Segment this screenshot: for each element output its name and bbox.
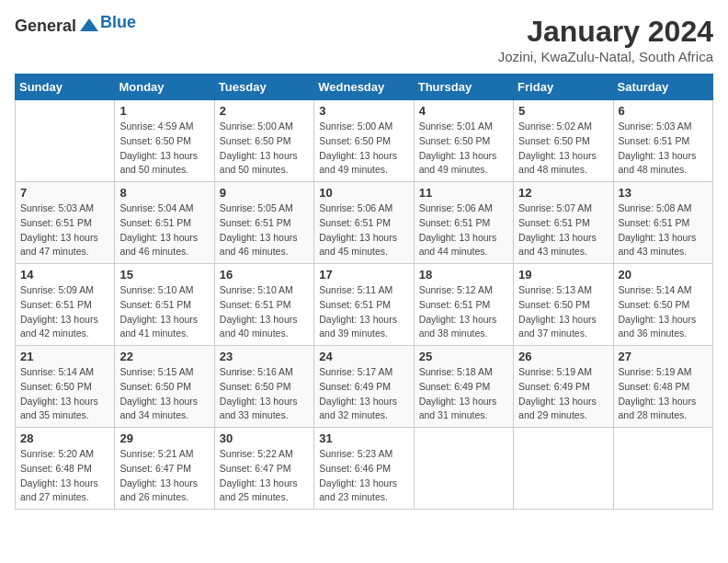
- day-info: Sunrise: 5:18 AM Sunset: 6:49 PM Dayligh…: [419, 365, 508, 423]
- day-info: Sunrise: 5:10 AM Sunset: 6:51 PM Dayligh…: [119, 283, 209, 341]
- day-cell: 16Sunrise: 5:10 AM Sunset: 6:51 PM Dayli…: [214, 264, 313, 346]
- day-cell: 10Sunrise: 5:06 AM Sunset: 6:51 PM Dayli…: [314, 182, 414, 264]
- day-info: Sunrise: 5:14 AM Sunset: 6:50 PM Dayligh…: [20, 365, 109, 423]
- main-title: January 2024: [498, 15, 713, 49]
- day-number: 3: [319, 104, 408, 118]
- day-info: Sunrise: 5:09 AM Sunset: 6:51 PM Dayligh…: [20, 283, 109, 341]
- day-info: Sunrise: 5:05 AM Sunset: 6:51 PM Dayligh…: [220, 201, 309, 259]
- day-number: 31: [319, 431, 408, 445]
- title-block: January 2024 Jozini, KwaZulu-Natal, Sout…: [498, 15, 713, 64]
- day-number: 23: [220, 350, 309, 363]
- day-info: Sunrise: 5:12 AM Sunset: 6:51 PM Dayligh…: [419, 283, 508, 341]
- day-number: 28: [20, 431, 109, 445]
- day-info: Sunrise: 5:20 AM Sunset: 6:48 PM Dayligh…: [20, 447, 109, 505]
- subtitle: Jozini, KwaZulu-Natal, South Africa: [498, 49, 713, 64]
- day-number: 20: [619, 268, 708, 282]
- day-number: 4: [419, 104, 508, 118]
- day-cell: 28Sunrise: 5:20 AM Sunset: 6:48 PM Dayli…: [16, 428, 115, 510]
- logo: General Blue: [15, 15, 136, 37]
- day-info: Sunrise: 5:13 AM Sunset: 6:50 PM Dayligh…: [518, 283, 608, 341]
- day-cell: [613, 428, 712, 510]
- day-info: Sunrise: 4:59 AM Sunset: 6:50 PM Dayligh…: [119, 120, 209, 178]
- day-number: 30: [220, 431, 309, 445]
- day-cell: 21Sunrise: 5:14 AM Sunset: 6:50 PM Dayli…: [16, 346, 115, 428]
- day-cell: 12Sunrise: 5:07 AM Sunset: 6:51 PM Dayli…: [514, 182, 613, 264]
- day-info: Sunrise: 5:06 AM Sunset: 6:51 PM Dayligh…: [319, 201, 408, 259]
- day-info: Sunrise: 5:14 AM Sunset: 6:50 PM Dayligh…: [619, 283, 708, 341]
- day-number: 19: [518, 268, 608, 282]
- day-cell: 6Sunrise: 5:03 AM Sunset: 6:51 PM Daylig…: [613, 100, 712, 182]
- day-number: 1: [119, 104, 209, 118]
- day-number: 15: [119, 268, 209, 282]
- day-number: 16: [220, 268, 309, 282]
- day-info: Sunrise: 5:02 AM Sunset: 6:50 PM Dayligh…: [518, 120, 608, 178]
- day-cell: 19Sunrise: 5:13 AM Sunset: 6:50 PM Dayli…: [514, 264, 613, 346]
- day-number: 18: [419, 268, 508, 282]
- header-cell-monday: Monday: [115, 75, 214, 100]
- day-number: 25: [419, 350, 508, 363]
- calendar-table: SundayMondayTuesdayWednesdayThursdayFrid…: [15, 74, 713, 510]
- day-info: Sunrise: 5:22 AM Sunset: 6:47 PM Dayligh…: [220, 447, 309, 505]
- day-cell: 25Sunrise: 5:18 AM Sunset: 6:49 PM Dayli…: [414, 346, 513, 428]
- header-cell-wednesday: Wednesday: [314, 75, 414, 100]
- day-cell: 15Sunrise: 5:10 AM Sunset: 6:51 PM Dayli…: [115, 264, 214, 346]
- day-info: Sunrise: 5:04 AM Sunset: 6:51 PM Dayligh…: [119, 201, 209, 259]
- header-cell-friday: Friday: [514, 75, 613, 100]
- week-row-5: 28Sunrise: 5:20 AM Sunset: 6:48 PM Dayli…: [16, 428, 713, 510]
- week-row-1: 1Sunrise: 4:59 AM Sunset: 6:50 PM Daylig…: [16, 100, 713, 182]
- day-cell: 5Sunrise: 5:02 AM Sunset: 6:50 PM Daylig…: [514, 100, 613, 182]
- day-cell: 8Sunrise: 5:04 AM Sunset: 6:51 PM Daylig…: [115, 182, 214, 264]
- day-info: Sunrise: 5:07 AM Sunset: 6:51 PM Dayligh…: [518, 201, 608, 259]
- day-info: Sunrise: 5:06 AM Sunset: 6:51 PM Dayligh…: [419, 201, 508, 259]
- day-info: Sunrise: 5:08 AM Sunset: 6:51 PM Dayligh…: [619, 201, 708, 259]
- day-cell: 2Sunrise: 5:00 AM Sunset: 6:50 PM Daylig…: [214, 100, 313, 182]
- day-info: Sunrise: 5:03 AM Sunset: 6:51 PM Dayligh…: [20, 201, 109, 259]
- day-cell: 24Sunrise: 5:17 AM Sunset: 6:49 PM Dayli…: [314, 346, 414, 428]
- day-cell: 22Sunrise: 5:15 AM Sunset: 6:50 PM Dayli…: [115, 346, 214, 428]
- day-cell: 3Sunrise: 5:00 AM Sunset: 6:50 PM Daylig…: [314, 100, 414, 182]
- day-cell: 9Sunrise: 5:05 AM Sunset: 6:51 PM Daylig…: [214, 182, 313, 264]
- week-row-2: 7Sunrise: 5:03 AM Sunset: 6:51 PM Daylig…: [16, 182, 713, 264]
- day-number: 22: [119, 350, 209, 363]
- day-number: 29: [119, 431, 209, 445]
- day-cell: 17Sunrise: 5:11 AM Sunset: 6:51 PM Dayli…: [314, 264, 414, 346]
- day-info: Sunrise: 5:19 AM Sunset: 6:49 PM Dayligh…: [518, 365, 608, 423]
- header-cell-thursday: Thursday: [414, 75, 513, 100]
- header-cell-saturday: Saturday: [613, 75, 712, 100]
- day-cell: 7Sunrise: 5:03 AM Sunset: 6:51 PM Daylig…: [16, 182, 115, 264]
- day-cell: [514, 428, 613, 510]
- week-row-4: 21Sunrise: 5:14 AM Sunset: 6:50 PM Dayli…: [16, 346, 713, 428]
- week-row-3: 14Sunrise: 5:09 AM Sunset: 6:51 PM Dayli…: [16, 264, 713, 346]
- day-number: 26: [518, 350, 608, 363]
- day-cell: 13Sunrise: 5:08 AM Sunset: 6:51 PM Dayli…: [613, 182, 712, 264]
- day-cell: [414, 428, 513, 510]
- day-cell: 1Sunrise: 4:59 AM Sunset: 6:50 PM Daylig…: [115, 100, 214, 182]
- day-number: 10: [319, 186, 408, 200]
- day-number: 14: [20, 268, 109, 282]
- logo-blue-text: Blue: [100, 13, 136, 31]
- day-number: 5: [518, 104, 608, 118]
- day-info: Sunrise: 5:01 AM Sunset: 6:50 PM Dayligh…: [419, 120, 508, 178]
- day-info: Sunrise: 5:11 AM Sunset: 6:51 PM Dayligh…: [319, 283, 408, 341]
- day-cell: 20Sunrise: 5:14 AM Sunset: 6:50 PM Dayli…: [613, 264, 712, 346]
- day-info: Sunrise: 5:16 AM Sunset: 6:50 PM Dayligh…: [220, 365, 309, 423]
- day-number: 13: [619, 186, 708, 200]
- calendar-header-row: SundayMondayTuesdayWednesdayThursdayFrid…: [16, 75, 713, 100]
- day-cell: 29Sunrise: 5:21 AM Sunset: 6:47 PM Dayli…: [115, 428, 214, 510]
- logo-icon: [78, 15, 100, 37]
- day-number: 24: [319, 350, 408, 363]
- day-number: 21: [20, 350, 109, 363]
- day-info: Sunrise: 5:21 AM Sunset: 6:47 PM Dayligh…: [119, 447, 209, 505]
- day-number: 8: [119, 186, 209, 200]
- day-info: Sunrise: 5:10 AM Sunset: 6:51 PM Dayligh…: [220, 283, 309, 341]
- day-cell: [16, 100, 115, 182]
- day-info: Sunrise: 5:17 AM Sunset: 6:49 PM Dayligh…: [319, 365, 408, 423]
- day-info: Sunrise: 5:03 AM Sunset: 6:51 PM Dayligh…: [619, 120, 708, 178]
- header-cell-tuesday: Tuesday: [214, 75, 313, 100]
- day-cell: 30Sunrise: 5:22 AM Sunset: 6:47 PM Dayli…: [214, 428, 313, 510]
- day-cell: 14Sunrise: 5:09 AM Sunset: 6:51 PM Dayli…: [16, 264, 115, 346]
- calendar-body: 1Sunrise: 4:59 AM Sunset: 6:50 PM Daylig…: [16, 100, 713, 510]
- header: General Blue January 2024 Jozini, KwaZul…: [15, 15, 713, 64]
- day-number: 6: [619, 104, 708, 118]
- header-cell-sunday: Sunday: [16, 75, 115, 100]
